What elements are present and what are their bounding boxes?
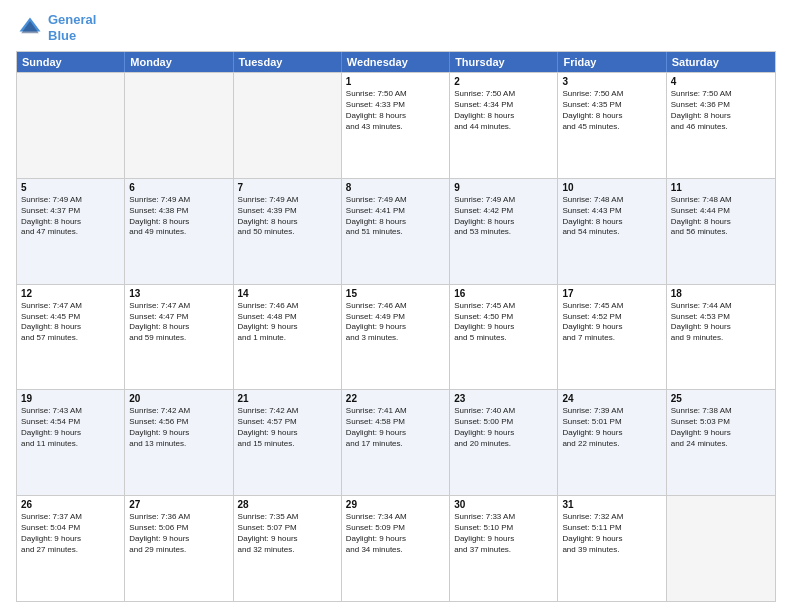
day-cell-28: 28Sunrise: 7:35 AM Sunset: 5:07 PM Dayli… xyxy=(234,496,342,601)
calendar: SundayMondayTuesdayWednesdayThursdayFrid… xyxy=(16,51,776,602)
day-number: 28 xyxy=(238,499,337,510)
day-cell-30: 30Sunrise: 7:33 AM Sunset: 5:10 PM Dayli… xyxy=(450,496,558,601)
weekday-header-thursday: Thursday xyxy=(450,52,558,72)
day-number: 19 xyxy=(21,393,120,404)
day-cell-22: 22Sunrise: 7:41 AM Sunset: 4:58 PM Dayli… xyxy=(342,390,450,495)
day-cell-2: 2Sunrise: 7:50 AM Sunset: 4:34 PM Daylig… xyxy=(450,73,558,178)
day-number: 21 xyxy=(238,393,337,404)
day-cell-13: 13Sunrise: 7:47 AM Sunset: 4:47 PM Dayli… xyxy=(125,285,233,390)
day-cell-19: 19Sunrise: 7:43 AM Sunset: 4:54 PM Dayli… xyxy=(17,390,125,495)
day-cell-1: 1Sunrise: 7:50 AM Sunset: 4:33 PM Daylig… xyxy=(342,73,450,178)
day-number: 4 xyxy=(671,76,771,87)
day-number: 16 xyxy=(454,288,553,299)
day-cell-8: 8Sunrise: 7:49 AM Sunset: 4:41 PM Daylig… xyxy=(342,179,450,284)
day-number: 18 xyxy=(671,288,771,299)
day-cell-9: 9Sunrise: 7:49 AM Sunset: 4:42 PM Daylig… xyxy=(450,179,558,284)
day-number: 15 xyxy=(346,288,445,299)
day-cell-12: 12Sunrise: 7:47 AM Sunset: 4:45 PM Dayli… xyxy=(17,285,125,390)
day-number: 5 xyxy=(21,182,120,193)
calendar-row-1: 5Sunrise: 7:49 AM Sunset: 4:37 PM Daylig… xyxy=(17,178,775,284)
day-number: 6 xyxy=(129,182,228,193)
day-number: 22 xyxy=(346,393,445,404)
day-cell-26: 26Sunrise: 7:37 AM Sunset: 5:04 PM Dayli… xyxy=(17,496,125,601)
day-info: Sunrise: 7:36 AM Sunset: 5:06 PM Dayligh… xyxy=(129,512,228,555)
day-info: Sunrise: 7:49 AM Sunset: 4:42 PM Dayligh… xyxy=(454,195,553,238)
day-number: 12 xyxy=(21,288,120,299)
day-cell-10: 10Sunrise: 7:48 AM Sunset: 4:43 PM Dayli… xyxy=(558,179,666,284)
day-number: 14 xyxy=(238,288,337,299)
day-info: Sunrise: 7:44 AM Sunset: 4:53 PM Dayligh… xyxy=(671,301,771,344)
day-cell-4: 4Sunrise: 7:50 AM Sunset: 4:36 PM Daylig… xyxy=(667,73,775,178)
day-number: 23 xyxy=(454,393,553,404)
day-info: Sunrise: 7:48 AM Sunset: 4:44 PM Dayligh… xyxy=(671,195,771,238)
day-number: 10 xyxy=(562,182,661,193)
calendar-header-row: SundayMondayTuesdayWednesdayThursdayFrid… xyxy=(17,52,775,72)
day-info: Sunrise: 7:49 AM Sunset: 4:37 PM Dayligh… xyxy=(21,195,120,238)
day-cell-29: 29Sunrise: 7:34 AM Sunset: 5:09 PM Dayli… xyxy=(342,496,450,601)
day-info: Sunrise: 7:50 AM Sunset: 4:34 PM Dayligh… xyxy=(454,89,553,132)
day-number: 7 xyxy=(238,182,337,193)
logo-icon xyxy=(16,14,44,42)
day-cell-18: 18Sunrise: 7:44 AM Sunset: 4:53 PM Dayli… xyxy=(667,285,775,390)
day-info: Sunrise: 7:42 AM Sunset: 4:57 PM Dayligh… xyxy=(238,406,337,449)
day-info: Sunrise: 7:40 AM Sunset: 5:00 PM Dayligh… xyxy=(454,406,553,449)
logo-text: General Blue xyxy=(48,12,96,43)
weekday-header-friday: Friday xyxy=(558,52,666,72)
day-cell-31: 31Sunrise: 7:32 AM Sunset: 5:11 PM Dayli… xyxy=(558,496,666,601)
day-cell-5: 5Sunrise: 7:49 AM Sunset: 4:37 PM Daylig… xyxy=(17,179,125,284)
day-number: 8 xyxy=(346,182,445,193)
day-info: Sunrise: 7:49 AM Sunset: 4:38 PM Dayligh… xyxy=(129,195,228,238)
day-number: 29 xyxy=(346,499,445,510)
day-info: Sunrise: 7:42 AM Sunset: 4:56 PM Dayligh… xyxy=(129,406,228,449)
day-info: Sunrise: 7:35 AM Sunset: 5:07 PM Dayligh… xyxy=(238,512,337,555)
weekday-header-sunday: Sunday xyxy=(17,52,125,72)
day-cell-6: 6Sunrise: 7:49 AM Sunset: 4:38 PM Daylig… xyxy=(125,179,233,284)
day-number: 26 xyxy=(21,499,120,510)
calendar-row-3: 19Sunrise: 7:43 AM Sunset: 4:54 PM Dayli… xyxy=(17,389,775,495)
empty-cell-r0c2 xyxy=(234,73,342,178)
day-number: 17 xyxy=(562,288,661,299)
day-info: Sunrise: 7:41 AM Sunset: 4:58 PM Dayligh… xyxy=(346,406,445,449)
day-cell-23: 23Sunrise: 7:40 AM Sunset: 5:00 PM Dayli… xyxy=(450,390,558,495)
day-cell-3: 3Sunrise: 7:50 AM Sunset: 4:35 PM Daylig… xyxy=(558,73,666,178)
day-info: Sunrise: 7:49 AM Sunset: 4:41 PM Dayligh… xyxy=(346,195,445,238)
weekday-header-monday: Monday xyxy=(125,52,233,72)
weekday-header-saturday: Saturday xyxy=(667,52,775,72)
day-info: Sunrise: 7:38 AM Sunset: 5:03 PM Dayligh… xyxy=(671,406,771,449)
day-info: Sunrise: 7:39 AM Sunset: 5:01 PM Dayligh… xyxy=(562,406,661,449)
calendar-row-4: 26Sunrise: 7:37 AM Sunset: 5:04 PM Dayli… xyxy=(17,495,775,601)
calendar-row-0: 1Sunrise: 7:50 AM Sunset: 4:33 PM Daylig… xyxy=(17,72,775,178)
day-info: Sunrise: 7:50 AM Sunset: 4:33 PM Dayligh… xyxy=(346,89,445,132)
day-number: 25 xyxy=(671,393,771,404)
empty-cell-r0c0 xyxy=(17,73,125,178)
day-cell-21: 21Sunrise: 7:42 AM Sunset: 4:57 PM Dayli… xyxy=(234,390,342,495)
day-cell-16: 16Sunrise: 7:45 AM Sunset: 4:50 PM Dayli… xyxy=(450,285,558,390)
day-cell-24: 24Sunrise: 7:39 AM Sunset: 5:01 PM Dayli… xyxy=(558,390,666,495)
weekday-header-tuesday: Tuesday xyxy=(234,52,342,72)
day-number: 3 xyxy=(562,76,661,87)
day-number: 31 xyxy=(562,499,661,510)
logo: General Blue xyxy=(16,12,96,43)
day-info: Sunrise: 7:45 AM Sunset: 4:52 PM Dayligh… xyxy=(562,301,661,344)
day-number: 20 xyxy=(129,393,228,404)
day-cell-11: 11Sunrise: 7:48 AM Sunset: 4:44 PM Dayli… xyxy=(667,179,775,284)
day-info: Sunrise: 7:33 AM Sunset: 5:10 PM Dayligh… xyxy=(454,512,553,555)
day-info: Sunrise: 7:45 AM Sunset: 4:50 PM Dayligh… xyxy=(454,301,553,344)
day-cell-14: 14Sunrise: 7:46 AM Sunset: 4:48 PM Dayli… xyxy=(234,285,342,390)
day-number: 11 xyxy=(671,182,771,193)
weekday-header-wednesday: Wednesday xyxy=(342,52,450,72)
day-number: 1 xyxy=(346,76,445,87)
calendar-row-2: 12Sunrise: 7:47 AM Sunset: 4:45 PM Dayli… xyxy=(17,284,775,390)
day-cell-27: 27Sunrise: 7:36 AM Sunset: 5:06 PM Dayli… xyxy=(125,496,233,601)
day-info: Sunrise: 7:37 AM Sunset: 5:04 PM Dayligh… xyxy=(21,512,120,555)
day-number: 30 xyxy=(454,499,553,510)
day-cell-7: 7Sunrise: 7:49 AM Sunset: 4:39 PM Daylig… xyxy=(234,179,342,284)
day-cell-17: 17Sunrise: 7:45 AM Sunset: 4:52 PM Dayli… xyxy=(558,285,666,390)
day-number: 27 xyxy=(129,499,228,510)
day-info: Sunrise: 7:48 AM Sunset: 4:43 PM Dayligh… xyxy=(562,195,661,238)
day-cell-25: 25Sunrise: 7:38 AM Sunset: 5:03 PM Dayli… xyxy=(667,390,775,495)
day-number: 13 xyxy=(129,288,228,299)
day-number: 2 xyxy=(454,76,553,87)
empty-cell-r0c1 xyxy=(125,73,233,178)
day-info: Sunrise: 7:46 AM Sunset: 4:49 PM Dayligh… xyxy=(346,301,445,344)
